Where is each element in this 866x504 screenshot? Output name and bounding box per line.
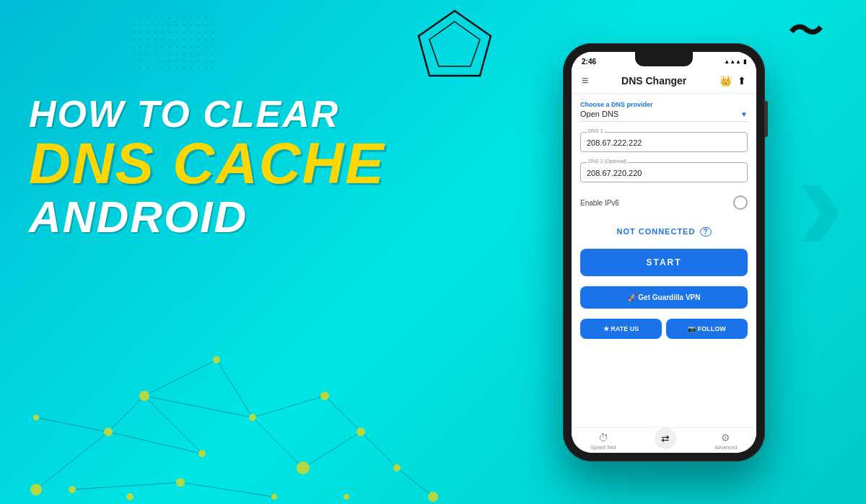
decorative-dots-topleft bbox=[130, 14, 216, 72]
status-time: 2:46 bbox=[582, 58, 596, 66]
svg-point-29 bbox=[213, 356, 220, 363]
svg-point-27 bbox=[271, 494, 277, 500]
connection-status-area: NOT CONNECTED ? bbox=[580, 218, 748, 243]
vpn-button[interactable]: 🚀 Get Guardilla VPN bbox=[580, 286, 748, 309]
nav-home-button[interactable]: ⇄ bbox=[655, 428, 676, 449]
phone-notch bbox=[635, 52, 693, 66]
svg-point-20 bbox=[198, 450, 206, 457]
svg-point-23 bbox=[297, 461, 310, 474]
advanced-label: Advanced bbox=[714, 445, 737, 450]
svg-line-5 bbox=[144, 396, 253, 417]
dns-provider-label: Choose a DNS provider bbox=[580, 101, 748, 108]
svg-line-3 bbox=[108, 432, 202, 454]
svg-point-19 bbox=[104, 428, 113, 436]
svg-line-12 bbox=[144, 360, 216, 396]
svg-point-21 bbox=[139, 391, 149, 401]
svg-point-24 bbox=[357, 428, 365, 436]
dropdown-arrow-icon: ▼ bbox=[740, 110, 748, 118]
svg-point-25 bbox=[69, 486, 76, 493]
bottom-action-buttons: ★ RATE US 📷 FOLLOW bbox=[580, 319, 748, 339]
status-icons: ▲▲▲ ▮ bbox=[724, 58, 746, 65]
dns2-label: DNS 2 (Optional) bbox=[587, 159, 628, 164]
svg-point-26 bbox=[176, 478, 185, 487]
dns1-value: 208.67.222.222 bbox=[587, 138, 741, 147]
svg-point-32 bbox=[428, 492, 438, 502]
squiggle-decoration: 〜 bbox=[788, 14, 823, 49]
speed-test-label: Speed Test bbox=[591, 445, 616, 450]
rate-us-button[interactable]: ★ RATE US bbox=[580, 319, 662, 339]
svg-line-11 bbox=[36, 417, 108, 432]
headline-area: HOW TO CLEAR DNS CACHE ANDROID bbox=[29, 94, 404, 242]
advanced-icon: ⚙ bbox=[721, 432, 730, 443]
hamburger-icon[interactable]: ≡ bbox=[582, 74, 588, 87]
chevron-decoration: › bbox=[796, 130, 844, 274]
phone-mockup: 2:46 ▲▲▲ ▮ ≡ DNS Changer 👑 ⬆ Choos bbox=[563, 43, 765, 461]
phone-power-button bbox=[765, 101, 768, 137]
speed-test-icon: ⏱ bbox=[598, 432, 608, 443]
ipv6-label: Enable IPv6 bbox=[580, 199, 619, 207]
svg-point-22 bbox=[249, 414, 256, 421]
ipv6-toggle[interactable] bbox=[733, 195, 748, 210]
svg-line-14 bbox=[325, 396, 361, 432]
svg-point-33 bbox=[126, 493, 134, 500]
svg-line-4 bbox=[144, 396, 202, 454]
dns-provider-dropdown[interactable]: Open DNS ▼ bbox=[580, 110, 748, 122]
svg-line-6 bbox=[253, 417, 303, 468]
bottom-navigation: ⏱ Speed Test ⇄ ⚙ Advanced bbox=[572, 427, 756, 453]
headline-line3: ANDROID bbox=[29, 193, 404, 242]
svg-line-10 bbox=[108, 396, 144, 432]
svg-point-18 bbox=[30, 484, 42, 495]
dns2-value: 208.67.220.220 bbox=[587, 169, 741, 177]
svg-line-13 bbox=[216, 360, 253, 417]
start-button[interactable]: START bbox=[580, 249, 748, 276]
dns-provider-value: Open DNS bbox=[580, 110, 618, 118]
svg-point-34 bbox=[344, 494, 349, 500]
app-content: Choose a DNS provider Open DNS ▼ DNS 1 2… bbox=[572, 94, 756, 427]
dns1-label: DNS 1 bbox=[587, 128, 605, 133]
header-icons: 👑 ⬆ bbox=[720, 75, 746, 87]
follow-button[interactable]: 📷 FOLLOW bbox=[666, 319, 748, 339]
dns-provider-section: Choose a DNS provider Open DNS ▼ bbox=[580, 101, 748, 126]
svg-line-2 bbox=[36, 432, 108, 490]
network-lines bbox=[0, 288, 505, 504]
svg-marker-1 bbox=[429, 22, 480, 66]
svg-line-15 bbox=[253, 396, 325, 417]
diamond-decoration bbox=[411, 7, 498, 87]
headline-line2: DNS CACHE bbox=[29, 135, 404, 193]
svg-point-28 bbox=[33, 415, 39, 420]
svg-line-8 bbox=[72, 482, 180, 490]
svg-line-16 bbox=[361, 432, 397, 468]
svg-point-31 bbox=[393, 464, 401, 472]
share-icon[interactable]: ⬆ bbox=[738, 75, 746, 87]
help-icon[interactable]: ? bbox=[700, 227, 711, 236]
svg-point-30 bbox=[320, 392, 329, 400]
home-icon: ⇄ bbox=[661, 433, 670, 444]
svg-line-9 bbox=[180, 482, 274, 497]
ipv6-row: Enable IPv6 bbox=[580, 193, 748, 213]
svg-line-7 bbox=[303, 432, 361, 468]
headline-line1: HOW TO CLEAR bbox=[29, 94, 404, 135]
app-title: DNS Changer bbox=[621, 75, 686, 87]
nav-speed-test[interactable]: ⏱ Speed Test bbox=[591, 432, 616, 450]
dns1-field[interactable]: DNS 1 208.67.222.222 bbox=[580, 132, 748, 152]
dns2-field[interactable]: DNS 2 (Optional) 208.67.220.220 bbox=[580, 162, 748, 182]
battery-icon: ▮ bbox=[743, 58, 746, 65]
phone-frame: 2:46 ▲▲▲ ▮ ≡ DNS Changer 👑 ⬆ Choos bbox=[563, 43, 765, 461]
crown-icon: 👑 bbox=[720, 75, 732, 87]
phone-screen: 2:46 ▲▲▲ ▮ ≡ DNS Changer 👑 ⬆ Choos bbox=[572, 52, 756, 453]
svg-line-17 bbox=[397, 468, 433, 497]
app-header: ≡ DNS Changer 👑 ⬆ bbox=[572, 68, 756, 94]
connection-status: NOT CONNECTED ? bbox=[616, 227, 711, 236]
wifi-icon: ▲▲▲ bbox=[724, 58, 741, 65]
nav-advanced[interactable]: ⚙ Advanced bbox=[714, 432, 737, 450]
